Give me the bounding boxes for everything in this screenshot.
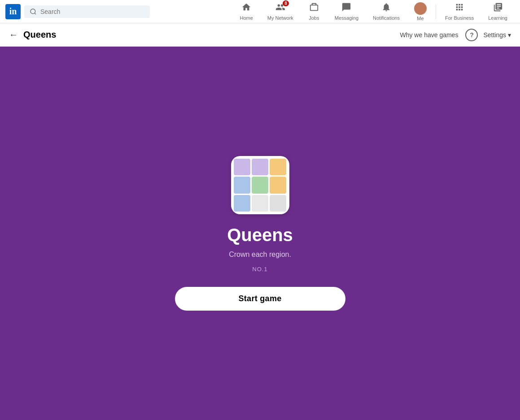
game-tagline: Crown each region. — [229, 251, 291, 259]
settings-button[interactable]: Settings ▾ — [483, 31, 511, 39]
nav-divider — [436, 4, 436, 19]
grid-cell — [252, 159, 268, 175]
nav-for-business[interactable]: For Business — [438, 0, 481, 23]
my-network-icon: 8 — [275, 2, 285, 14]
linkedin-logo[interactable]: in — [5, 4, 21, 19]
start-game-button[interactable]: Start game — [175, 287, 345, 311]
grid-cell — [234, 159, 250, 175]
me-avatar — [414, 2, 427, 15]
grid-cell — [234, 195, 250, 212]
grid-cell — [270, 195, 286, 212]
grid-cell — [270, 159, 286, 175]
nav-learning[interactable]: Learning — [481, 0, 515, 23]
grid-cell — [252, 177, 268, 193]
nav-notifications[interactable]: Notifications — [366, 0, 407, 23]
learning-icon — [493, 2, 503, 14]
top-navigation: in Home 8 My Network Jobs — [0, 0, 520, 23]
grid-cell — [252, 195, 268, 212]
nav-home[interactable]: Home — [232, 0, 260, 23]
search-icon — [30, 8, 37, 15]
game-main: Queens Crown each region. NO.1 Start gam… — [0, 47, 520, 420]
search-input[interactable] — [40, 8, 144, 15]
help-button[interactable]: ? — [465, 29, 478, 41]
jobs-icon — [309, 2, 319, 14]
svg-line-1 — [35, 13, 36, 14]
queens-grid-icon — [231, 156, 289, 214]
grid-cell — [234, 177, 250, 193]
nav-messaging[interactable]: Messaging — [328, 0, 366, 23]
subnav-game-title: Queens — [23, 30, 56, 40]
back-button[interactable]: ← — [9, 30, 18, 40]
svg-point-2 — [418, 4, 423, 9]
home-icon — [241, 2, 251, 14]
nav-jobs[interactable]: Jobs — [301, 0, 328, 23]
nav-my-network[interactable]: 8 My Network — [260, 0, 301, 23]
game-number: NO.1 — [252, 266, 267, 273]
game-subnav: ← Queens Why we have games ? Settings ▾ — [0, 23, 520, 47]
svg-point-0 — [31, 9, 35, 14]
svg-point-3 — [416, 9, 424, 15]
game-title: Queens — [227, 225, 293, 245]
messaging-icon — [341, 2, 351, 14]
grid-cell — [270, 177, 286, 193]
notifications-icon — [381, 2, 391, 14]
for-business-icon — [454, 2, 464, 14]
settings-chevron-icon: ▾ — [508, 31, 511, 39]
game-content: Queens Crown each region. NO.1 Start gam… — [175, 156, 345, 311]
nav-me[interactable]: Me — [407, 0, 434, 23]
why-games-link[interactable]: Why we have games — [400, 31, 458, 39]
search-bar-container[interactable] — [24, 5, 150, 18]
nav-items: Home 8 My Network Jobs Messaging Not — [232, 0, 515, 23]
